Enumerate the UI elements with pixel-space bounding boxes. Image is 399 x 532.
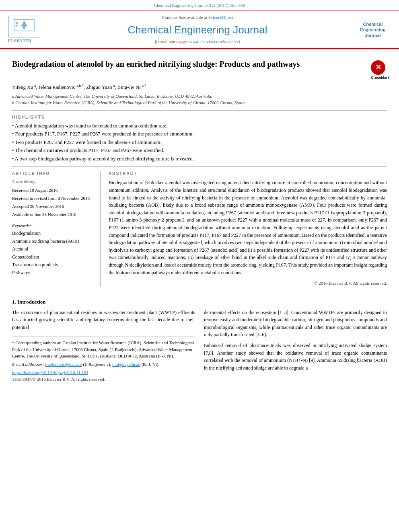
doi-link[interactable]: http://dx.doi.org/10.1016/j.cej.2016.11.… bbox=[12, 370, 88, 375]
article-info-heading: ARTICLE INFO bbox=[12, 171, 94, 177]
intro-right-para2: Enhanced removal of pharmaceuticals was … bbox=[204, 342, 387, 372]
logo-line1: Chemical bbox=[363, 22, 383, 27]
intro-left-para: The occurrence of pharmaceutical residue… bbox=[12, 309, 195, 331]
journal-header: ELSEVIER Contents lists available at Sci… bbox=[0, 10, 399, 49]
highlight-item: The chemical structures of products P117… bbox=[12, 147, 387, 154]
intro-left-col: The occurrence of pharmaceutical residue… bbox=[12, 309, 195, 383]
highlight-item: Four products P117, P167, P227 and P267 … bbox=[12, 131, 387, 138]
affiliations: a Advanced Water Management Centre, The … bbox=[12, 93, 387, 106]
highlights-heading: HIGHLIGHTS bbox=[12, 115, 387, 120]
abstract-text: Biodegradation of β-blocker atenolol was… bbox=[109, 179, 387, 276]
crossmark-badge: ✕ CrossMark bbox=[371, 60, 387, 80]
intro-right-col: detrimental effects on the ecosystem [1–… bbox=[204, 309, 387, 383]
highlight-item: Two products P267 and P227 were formed i… bbox=[12, 139, 387, 146]
sciencedirect-link[interactable]: ScienceDirect bbox=[208, 15, 233, 20]
footnote-section: * Corresponding authors at: Catalan Inst… bbox=[12, 337, 195, 382]
keyword: Transformation products bbox=[12, 261, 94, 269]
keyword: Atenolol bbox=[12, 245, 94, 253]
keyword: Cometabolism bbox=[12, 253, 94, 261]
highlight-item: Atenolol biodegradation was found to be … bbox=[12, 123, 387, 130]
elsevier-wordmark: ELSEVIER bbox=[8, 38, 40, 44]
intro-body-cols: The occurrence of pharmaceutical residue… bbox=[12, 309, 387, 383]
authors-text: Yifeng Xu a, Jelena Radjenovic a,b,*, Zh… bbox=[12, 84, 146, 90]
homepage-url[interactable]: www.elsevier.com/locate/cej bbox=[189, 39, 240, 44]
article-title-text: Biodegradation of atenolol by an enriche… bbox=[12, 59, 371, 69]
intro-heading: 1. Introduction bbox=[12, 298, 387, 306]
revised-date: Received in revised form 4 November 2016 bbox=[12, 195, 94, 203]
journal-ref: Chemical Engineering Journal 312 (2017) … bbox=[154, 3, 245, 8]
keyword: Ammonia oxidizing bacteria (AOB) bbox=[12, 238, 94, 246]
authors: Yifeng Xu a, Jelena Radjenovic a,b,*, Zh… bbox=[12, 83, 387, 91]
svg-marker-1 bbox=[21, 21, 27, 27]
email-link-2[interactable]: b.ni@uq.edu.au bbox=[112, 362, 140, 367]
article-title-block: Biodegradation of atenolol by an enriche… bbox=[12, 59, 387, 80]
sciencedirect-notice: Contents lists available at ScienceDirec… bbox=[44, 14, 351, 21]
keywords-label: Keywords: bbox=[12, 223, 94, 229]
logo-line3: Journal bbox=[365, 33, 381, 38]
history-label: Article history: bbox=[12, 179, 94, 185]
email-addresses: jradjenovic@icra.cat (J. Radjenovic), b.… bbox=[45, 362, 159, 367]
highlights-section: HIGHLIGHTS Atenolol biodegradation was f… bbox=[12, 115, 387, 163]
affiliation-b: b Catalan Institute for Water Research (… bbox=[12, 99, 387, 106]
article-info-col: ARTICLE INFO Article history: Received 1… bbox=[12, 171, 101, 286]
header-center: Contents lists available at ScienceDirec… bbox=[44, 14, 351, 45]
email-label: E-mail addresses: bbox=[12, 362, 44, 367]
divider-2 bbox=[12, 166, 387, 167]
accepted-date: Accepted 26 November 2016 bbox=[12, 203, 94, 211]
keyword: Biodegradation bbox=[12, 230, 94, 238]
elsevier-tree-icon bbox=[12, 18, 36, 33]
keyword: Pathways bbox=[12, 269, 94, 277]
svg-point-3 bbox=[16, 22, 18, 24]
crossmark-icon: ✕ bbox=[371, 60, 385, 75]
keywords-list: Biodegradation Ammonia oxidizing bacteri… bbox=[12, 230, 94, 277]
received-date: Received 10 August 2016 bbox=[12, 187, 94, 195]
online-date: Available online 28 November 2016 bbox=[12, 211, 94, 219]
info-abstract-cols: ARTICLE INFO Article history: Received 1… bbox=[12, 171, 387, 286]
divider-3 bbox=[12, 291, 387, 291]
elsevier-logo: ELSEVIER bbox=[8, 16, 40, 43]
intro-right-para1: detrimental effects on the ecosystem [1–… bbox=[204, 309, 387, 339]
issn-line: 1385-8947/© 2016 Elsevier B.V. All right… bbox=[12, 376, 195, 383]
article-dates: Received 10 August 2016 Received in revi… bbox=[12, 187, 94, 218]
abstract-col: ABSTRACT Biodegradation of β-blocker ate… bbox=[109, 171, 387, 286]
email-section: E-mail addresses: jradjenovic@icra.cat (… bbox=[12, 361, 195, 368]
abstract-heading: ABSTRACT bbox=[109, 171, 387, 177]
highlights-list: Atenolol biodegradation was found to be … bbox=[12, 123, 387, 163]
main-content: Biodegradation of atenolol by an enriche… bbox=[0, 49, 399, 391]
logo-line2: Engineering bbox=[360, 27, 386, 32]
email-link-1[interactable]: jradjenovic@icra.cat bbox=[45, 362, 82, 367]
highlight-item: A two-step biodegradation pathway of ate… bbox=[12, 156, 387, 163]
divider-1 bbox=[12, 110, 387, 111]
crossmark-label: CrossMark bbox=[371, 76, 387, 80]
affiliation-a: a Advanced Water Management Centre, The … bbox=[12, 93, 387, 100]
journal-title-header: Chemical Engineering Journal bbox=[44, 23, 351, 37]
journal-homepage: journal homepage: www.elsevier.com/locat… bbox=[44, 39, 351, 45]
corresponding-text: * Corresponding authors at: Catalan Inst… bbox=[12, 339, 195, 359]
copyright: © 2016 Elsevier B.V. All rights reserved… bbox=[109, 280, 387, 286]
doi-line: http://dx.doi.org/10.1016/j.cej.2016.11.… bbox=[12, 369, 195, 376]
svg-rect-2 bbox=[23, 27, 25, 29]
intro-section: 1. Introduction The occurrence of pharma… bbox=[12, 298, 387, 383]
top-bar: Chemical Engineering Journal 312 (2017) … bbox=[0, 0, 399, 10]
journal-logo-box: Chemical Engineering Journal bbox=[355, 21, 391, 39]
